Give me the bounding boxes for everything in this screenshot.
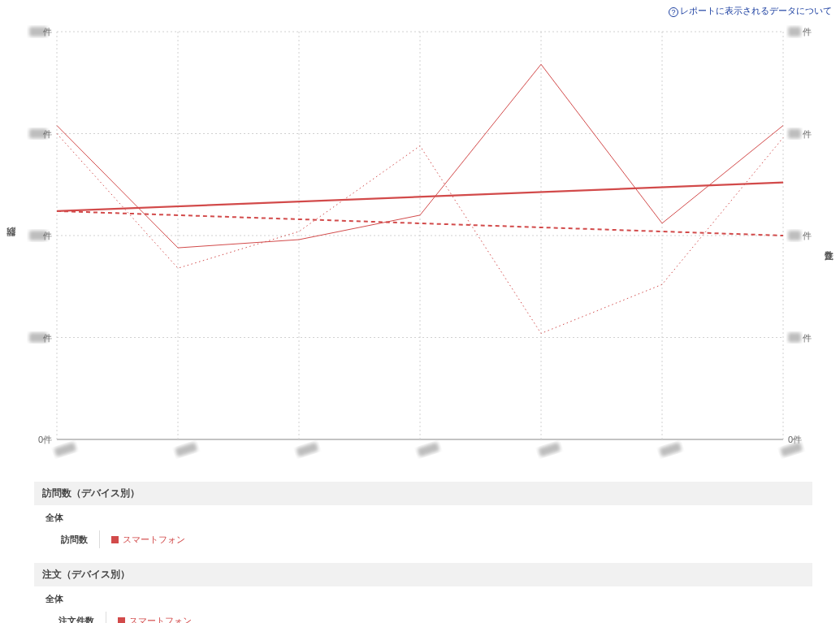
svg-rect-16 bbox=[54, 442, 76, 456]
report-data-info-link-text: レポートに表示されるデータについて bbox=[680, 6, 832, 15]
svg-rect-12 bbox=[788, 231, 801, 240]
legend-row-orders: 注文件数 スマートフォン bbox=[34, 605, 812, 623]
svg-rect-19 bbox=[417, 442, 439, 456]
chart-svg: 件 件 件 件 0件 件 件 件 件 0件 bbox=[6, 20, 834, 467]
report-data-info-link[interactable]: ?レポートに表示されるデータについて bbox=[669, 6, 832, 15]
svg-text:件: 件 bbox=[803, 27, 812, 37]
legend-label-orders: 注文件数 bbox=[58, 615, 106, 624]
legend-item-label: スマートフォン bbox=[123, 534, 185, 546]
series-orders-smartphone bbox=[57, 134, 783, 334]
legend-divider bbox=[106, 612, 106, 623]
x-ticks bbox=[54, 442, 803, 456]
section-header-orders: 注文（デバイス別） bbox=[34, 563, 812, 586]
svg-rect-17 bbox=[175, 442, 197, 456]
legend-item-visits-smartphone[interactable]: スマートフォン bbox=[111, 534, 185, 546]
svg-text:件: 件 bbox=[803, 333, 812, 343]
section-visits: 訪問数（デバイス別） 全体 訪問数 スマートフォン bbox=[34, 482, 812, 548]
svg-text:件: 件 bbox=[43, 231, 52, 240]
svg-rect-18 bbox=[296, 442, 318, 456]
y-right-ticks: 件 件 件 件 0件 bbox=[788, 27, 812, 444]
section-sub-visits: 全体 bbox=[34, 505, 812, 524]
legend-row-visits: 訪問数 スマートフォン bbox=[34, 524, 812, 548]
svg-text:件: 件 bbox=[43, 129, 52, 139]
svg-rect-21 bbox=[659, 442, 682, 456]
svg-rect-20 bbox=[538, 442, 561, 456]
svg-rect-14 bbox=[788, 333, 801, 343]
series-visits-smartphone bbox=[57, 64, 783, 248]
svg-text:件: 件 bbox=[803, 231, 812, 240]
legend-label-visits: 訪問数 bbox=[58, 534, 99, 546]
y-left-tick-0: 0件 bbox=[38, 435, 52, 444]
svg-text:件: 件 bbox=[43, 333, 52, 343]
svg-rect-10 bbox=[788, 129, 801, 139]
legend-item-orders-smartphone[interactable]: スマートフォン bbox=[118, 615, 192, 624]
legend-swatch-icon bbox=[111, 536, 119, 543]
section-sub-orders: 全体 bbox=[34, 586, 812, 605]
section-header-visits: 訪問数（デバイス別） bbox=[34, 482, 812, 505]
section-orders: 注文（デバイス別） 全体 注文件数 スマートフォン bbox=[34, 563, 812, 623]
legend-item-label: スマートフォン bbox=[129, 615, 192, 624]
question-circle-icon: ? bbox=[669, 7, 678, 17]
report-data-info-link-wrap: ?レポートに表示されるデータについて bbox=[5, 3, 835, 20]
svg-text:件: 件 bbox=[43, 27, 52, 37]
svg-rect-8 bbox=[788, 27, 801, 37]
svg-text:件: 件 bbox=[803, 129, 812, 139]
legend-divider bbox=[99, 530, 100, 548]
y-left-ticks: 件 件 件 件 0件 bbox=[29, 27, 52, 444]
legend-swatch-icon bbox=[118, 617, 125, 624]
chart-container: 訪問数 注文件数 件 件 件 件 0件 bbox=[6, 20, 834, 467]
